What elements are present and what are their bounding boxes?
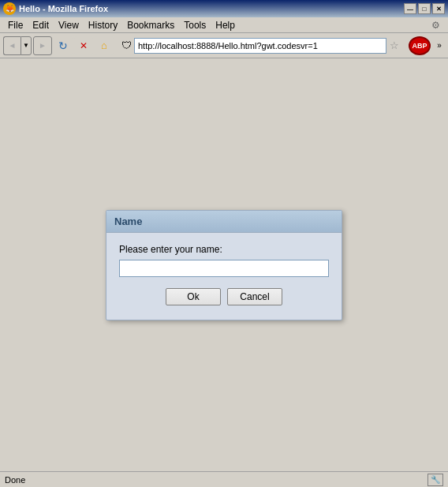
dialog-body: Please enter your name: Ok Cancel	[106, 233, 342, 320]
nav-bar: ◄ ▼ ► ↻ ✕ ⌂ 🛡 ☆ ABP »	[0, 33, 448, 58]
nav-back-forward-group: ◄ ▼	[3, 36, 32, 55]
maximize-button[interactable]: □	[418, 3, 431, 14]
ok-button[interactable]: Ok	[166, 288, 221, 305]
menu-history[interactable]: History	[84, 18, 122, 32]
menu-view[interactable]: View	[54, 18, 84, 32]
status-icon: 🔧	[427, 474, 443, 486]
back-dropdown-button[interactable]: ▼	[21, 36, 32, 55]
dialog-label: Please enter your name:	[119, 244, 329, 255]
window-title: Hello - Mozilla Firefox	[19, 4, 108, 13]
menu-tools[interactable]: Tools	[179, 18, 211, 32]
back-button[interactable]: ◄	[3, 36, 21, 55]
status-bar: Done 🔧	[0, 471, 448, 487]
address-bar: 🛡 ☆	[118, 37, 402, 54]
name-input[interactable]	[119, 260, 329, 277]
name-dialog: Name Please enter your name: Ok Cancel	[106, 210, 342, 320]
dialog-overlay: Name Please enter your name: Ok Cancel	[0, 58, 448, 471]
browser-content: Name Please enter your name: Ok Cancel	[0, 58, 448, 471]
settings-icon[interactable]: ⚙	[427, 18, 445, 32]
minimize-button[interactable]: —	[404, 3, 416, 14]
title-bar-left: 🦊 Hello - Mozilla Firefox	[3, 2, 108, 15]
home-button[interactable]: ⌂	[95, 36, 114, 55]
nav-more-button[interactable]: »	[434, 36, 445, 55]
title-bar-controls: — □ ✕	[404, 3, 445, 14]
dialog-buttons: Ok Cancel	[119, 288, 329, 309]
address-input[interactable]	[134, 38, 386, 54]
dialog-title: Name	[106, 211, 342, 233]
bookmark-star-icon[interactable]: ☆	[386, 38, 402, 54]
menu-edit[interactable]: Edit	[28, 18, 54, 32]
forward-button[interactable]: ►	[33, 36, 52, 55]
close-button[interactable]: ✕	[432, 3, 445, 14]
menu-file[interactable]: File	[3, 18, 28, 32]
firefox-icon: 🦊	[3, 2, 16, 15]
adblock-button[interactable]: ABP	[409, 36, 431, 55]
cancel-button[interactable]: Cancel	[227, 288, 282, 305]
reload-button[interactable]: ↻	[54, 36, 73, 55]
page-icon: 🛡	[118, 38, 134, 54]
menu-bar: File Edit View History Bookmarks Tools H…	[0, 17, 448, 33]
status-text: Done	[5, 475, 25, 485]
menu-help[interactable]: Help	[211, 18, 240, 32]
title-bar: 🦊 Hello - Mozilla Firefox — □ ✕	[0, 0, 448, 17]
stop-button[interactable]: ✕	[74, 36, 93, 55]
menu-bookmarks[interactable]: Bookmarks	[122, 18, 179, 32]
